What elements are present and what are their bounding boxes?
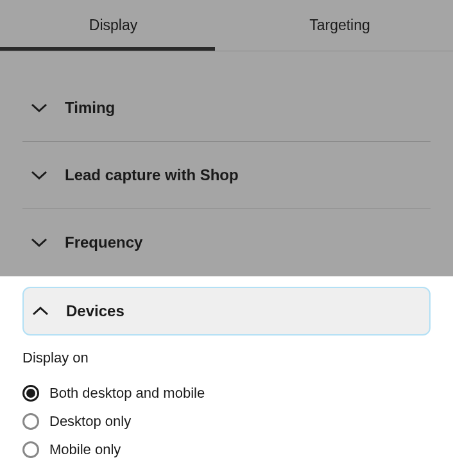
radio-circle-both — [22, 385, 39, 402]
display-on-label: Display on — [22, 350, 431, 366]
devices-wrapper: Devices Display on Both desktop and mobi… — [0, 276, 453, 476]
accordion-title-frequency: Frequency — [65, 234, 142, 251]
radio-option-mobile[interactable]: Mobile only — [22, 436, 431, 464]
accordion-header-lead-capture[interactable]: Lead capture with Shop — [22, 142, 431, 208]
chevron-up-icon — [31, 305, 49, 317]
radio-label-desktop: Desktop only — [49, 413, 131, 430]
devices-header-container: Devices — [22, 287, 431, 336]
radio-label-mobile: Mobile only — [49, 441, 121, 458]
accordion-item-frequency: Frequency — [22, 209, 431, 276]
accordion-title-lead-capture: Lead capture with Shop — [65, 166, 239, 184]
chevron-down-icon — [30, 102, 48, 114]
accordion-header-devices[interactable]: Devices — [24, 288, 429, 334]
chevron-down-icon — [30, 237, 48, 248]
accordion-item-timing: Timing — [22, 74, 431, 142]
accordion-item-lead-capture: Lead capture with Shop — [22, 142, 431, 209]
radio-label-both: Both desktop and mobile — [49, 385, 205, 402]
radio-option-desktop[interactable]: Desktop only — [22, 407, 431, 436]
spacer — [0, 51, 453, 74]
accordion-header-timing[interactable]: Timing — [22, 74, 431, 141]
tabs-container: Display Targeting — [0, 0, 453, 51]
radio-option-both[interactable]: Both desktop and mobile — [22, 379, 431, 407]
radio-circle-mobile — [22, 441, 39, 458]
radio-circle-desktop — [22, 413, 39, 430]
tab-active-indicator — [0, 47, 215, 51]
accordion-title-timing: Timing — [65, 99, 115, 117]
accordion-header-frequency[interactable]: Frequency — [22, 209, 431, 276]
tab-targeting[interactable]: Targeting — [226, 0, 453, 51]
accordion-title-devices: Devices — [66, 302, 124, 320]
chevron-down-icon — [30, 169, 48, 181]
devices-options-section: Display on Both desktop and mobile Deskt… — [22, 350, 431, 476]
tab-display[interactable]: Display — [0, 0, 226, 51]
accordion-section-dimmed: Timing Lead capture with Shop Frequency — [0, 74, 453, 276]
